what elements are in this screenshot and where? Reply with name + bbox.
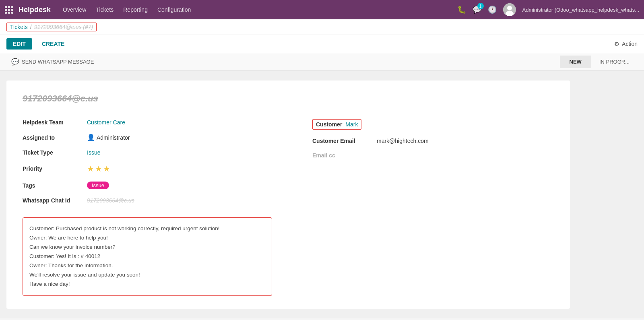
chat-line-3: Can we know your invoice number? (29, 243, 265, 252)
breadcrumb-tickets-link[interactable]: Tickets (10, 24, 28, 30)
user-name: Administrator (Odoo_whatsapp_helpdesk_wh… (522, 7, 640, 13)
helpdesk-team-label: Helpdesk Team (23, 119, 87, 126)
chat-line-2: Owner: We are here to help you! (29, 233, 265, 243)
whatsapp-row: Whatsapp Chat Id 9172093664@c.us (23, 193, 288, 208)
tag-badge[interactable]: Issue (87, 182, 109, 189)
breadcrumb-current-page: 9172093664@c.us (#7) (34, 24, 93, 30)
chat-icon[interactable]: 💬 1 (473, 5, 481, 14)
chat-line-4: Customer: Yes! It is : # 40012 (29, 252, 265, 261)
status-new[interactable]: NEW (560, 56, 591, 68)
star-2[interactable]: ★ (95, 164, 102, 173)
breadcrumb-separator: / (30, 24, 32, 30)
email-cc-label: Email cc (312, 152, 377, 159)
send-whatsapp-button[interactable]: 💬 SEND WHATSAPP MESSAGE (6, 55, 99, 69)
top-navigation: Helpdesk Overview Tickets Reporting Conf… (0, 0, 644, 19)
user-avatar[interactable] (503, 3, 516, 16)
customer-email-label: Customer Email (312, 138, 377, 144)
customer-row: Customer Mark (312, 115, 554, 134)
chat-line-5: Owner: Thanks for the information. (29, 261, 265, 270)
nav-configuration[interactable]: Configuration (157, 5, 191, 14)
chat-line-1: Customer: Purchased product is not worki… (29, 224, 265, 233)
priority-label: Priority (23, 165, 87, 172)
ticket-fields: Helpdesk Team Customer Care Assigned to … (23, 115, 554, 208)
app-logo: Helpdesk (19, 6, 51, 14)
customer-field-box: Customer Mark (312, 119, 361, 130)
chat-line-7: Have a nice day! (29, 280, 265, 289)
gear-icon: ⚙ (614, 41, 619, 47)
action-bar: EDIT CREATE ⚙ Action (0, 35, 644, 53)
ticket-right-col: Customer Mark Customer Email mark@highte… (288, 115, 554, 208)
ticket-type-value[interactable]: Issue (87, 149, 100, 156)
whatsapp-id-label: Whatsapp Chat Id (23, 197, 87, 204)
status-in-progress[interactable]: IN PROGR... (591, 56, 638, 68)
star-1[interactable]: ★ (87, 164, 94, 173)
customer-email-row: Customer Email mark@hightech.com (312, 134, 554, 148)
customer-label: Customer (316, 121, 342, 128)
ticket-title: 9172093664@c.us (23, 93, 554, 104)
chat-line-6: We'll resolve your issue and update you … (29, 270, 265, 280)
notification-badge: 1 (477, 3, 484, 9)
bug-icon[interactable]: 🐛 (457, 5, 466, 14)
nav-reporting[interactable]: Reporting (123, 5, 148, 14)
svg-point-1 (507, 6, 512, 10)
nav-right: 🐛 💬 1 🕐 Administrator (Odoo_whatsapp_hel… (457, 3, 640, 16)
priority-row: Priority ★ ★ ★ (23, 160, 288, 178)
tags-row: Tags Issue (23, 178, 288, 193)
ticket-type-label: Ticket Type (23, 149, 87, 156)
action-button[interactable]: ⚙ Action (614, 41, 638, 47)
helpdesk-team-row: Helpdesk Team Customer Care (23, 115, 288, 130)
clock-icon[interactable]: 🕐 (488, 5, 497, 14)
ticket-type-row: Ticket Type Issue (23, 145, 288, 160)
whatsapp-id-value: 9172093664@c.us (87, 197, 134, 204)
customer-email-value: mark@hightech.com (377, 138, 429, 144)
whatsapp-btn-label: SEND WHATSAPP MESSAGE (22, 59, 94, 65)
nav-overview[interactable]: Overview (63, 5, 86, 14)
priority-stars[interactable]: ★ ★ ★ (87, 164, 110, 173)
status-bar: 💬 SEND WHATSAPP MESSAGE NEW IN PROGR... (0, 53, 644, 71)
assigned-label: Assigned to (23, 134, 87, 141)
whatsapp-icon: 💬 (11, 58, 19, 66)
helpdesk-team-value[interactable]: Customer Care (87, 119, 125, 126)
email-cc-row: Email cc (312, 148, 554, 163)
edit-button[interactable]: EDIT (6, 38, 32, 50)
ticket-left-col: Helpdesk Team Customer Care Assigned to … (23, 115, 288, 208)
assigned-row: Assigned to 👤 Administrator (23, 130, 288, 145)
action-label: Action (622, 41, 638, 47)
main-content: 9172093664@c.us Helpdesk Team Customer C… (0, 71, 644, 318)
tags-label: Tags (23, 182, 87, 189)
star-3[interactable]: ★ (103, 164, 110, 173)
assigned-value: Administrator (97, 134, 130, 141)
grid-menu-icon[interactable] (5, 6, 14, 14)
create-button[interactable]: CREATE (39, 38, 68, 50)
person-icon: 👤 (87, 134, 95, 141)
customer-value[interactable]: Mark (345, 121, 358, 128)
nav-links: Overview Tickets Reporting Configuration (63, 5, 457, 14)
ticket-card: 9172093664@c.us Helpdesk Team Customer C… (6, 81, 570, 309)
chat-box: Customer: Purchased product is not worki… (23, 217, 272, 296)
breadcrumb-bar: Tickets / 9172093664@c.us (#7) (0, 19, 644, 35)
nav-tickets[interactable]: Tickets (96, 5, 114, 14)
breadcrumb-box: Tickets / 9172093664@c.us (#7) (6, 23, 97, 31)
